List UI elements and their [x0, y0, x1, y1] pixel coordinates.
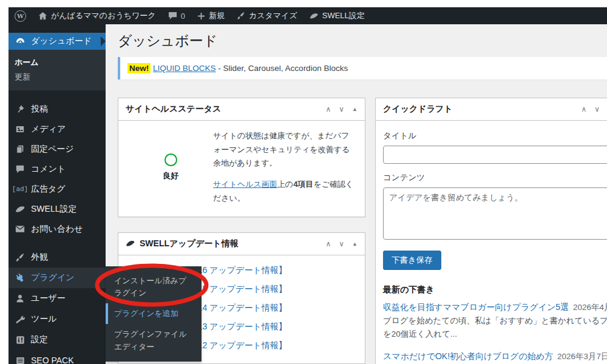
- sidebar-item-users[interactable]: ユーザー: [8, 288, 106, 309]
- draft-title-label: タイトル: [383, 130, 607, 141]
- wp-admin-viewport: W がんばるママのおうちワーク 0 新規 カスタマイズ: [8, 7, 607, 364]
- quick-draft-widget: クイックドラフト ∧ ∨ ▲ タイトル コンテンツ: [375, 98, 607, 364]
- draft-excerpt: ブログを始めたての頃、私は「おすすめ」と書かれているプラグ: [383, 314, 607, 328]
- flyout-item-installed-plugins[interactable]: インストール済みプラグイン: [106, 271, 202, 303]
- quick-draft-widget-title: クイックドラフト: [383, 104, 581, 115]
- sidebar-item-appearance[interactable]: 外観: [8, 247, 106, 268]
- sidebar-item-label: 投稿: [31, 104, 48, 115]
- sidebar-item-dashboard[interactable]: ダッシュボード: [8, 33, 106, 50]
- sidebar-item-comments[interactable]: コメント: [8, 159, 106, 179]
- admin-sidebar: ダッシュボード ホーム 更新 投稿 メディア: [8, 24, 106, 364]
- health-status-label: 良好: [163, 170, 178, 181]
- sidebar-item-label: コメント: [31, 164, 66, 175]
- flyout-item-plugin-file-editor[interactable]: プラグインファイルエディター: [106, 324, 202, 357]
- comment-icon: [15, 164, 25, 175]
- draft-link[interactable]: 収益化を目指すママブロガー向けプラグイン5選: [383, 302, 569, 312]
- plugin-icon: [15, 272, 25, 283]
- swell-icon: [15, 204, 25, 215]
- wrench-icon: [15, 314, 25, 325]
- move-up-control[interactable]: ∧: [325, 240, 331, 248]
- move-down-control[interactable]: ∨: [339, 240, 344, 248]
- flyout-item-add-plugin[interactable]: プラグインを追加: [106, 303, 202, 324]
- sidebar-item-media[interactable]: メディア: [8, 119, 106, 139]
- appearance-brush-icon: [15, 252, 25, 263]
- visit-site-link[interactable]: がんばるママのおうちワーク: [32, 7, 162, 24]
- recent-drafts-heading: 最新の下書き: [383, 285, 607, 295]
- dashboard-gauge-icon: [15, 36, 25, 47]
- sidebar-item-label: メディア: [31, 124, 66, 135]
- list-document-icon: [15, 355, 25, 364]
- sidebar-item-swell-settings[interactable]: SWELL設定: [8, 199, 106, 219]
- draft-date: 2026年3月7日: [557, 352, 607, 361]
- collapse-control[interactable]: ▲: [352, 106, 358, 112]
- user-icon: [15, 293, 25, 304]
- swell-settings-label: SWELL設定: [322, 10, 365, 21]
- page-title: ダッシュボード: [118, 32, 607, 50]
- sidebar-item-settings[interactable]: 設定: [8, 329, 106, 350]
- sidebar-item-tools[interactable]: ツール: [8, 309, 106, 329]
- new-content-menu[interactable]: 新規: [191, 7, 231, 24]
- move-up-control[interactable]: ∧: [325, 105, 331, 113]
- collapse-control[interactable]: ▲: [352, 241, 358, 247]
- home-icon: [38, 12, 47, 21]
- wp-logo-menu[interactable]: W: [8, 7, 32, 24]
- draft-content-textarea[interactable]: [383, 187, 607, 240]
- draft-excerpt: を20個近く入れて...: [383, 328, 607, 341]
- draft-content-label: コンテンツ: [383, 172, 607, 183]
- customize-shortcut[interactable]: カスタマイズ: [231, 7, 304, 24]
- sidebar-item-label: 外観: [31, 252, 48, 263]
- sidebar-item-label: 広告タグ: [31, 184, 66, 195]
- submenu-item-updates[interactable]: 更新: [8, 70, 106, 84]
- sidebar-item-contact[interactable]: お問い合わせ: [8, 219, 106, 239]
- sidebar-item-plugins[interactable]: プラグイン: [8, 268, 106, 288]
- move-down-control[interactable]: ∨: [339, 105, 344, 113]
- site-health-screen-link[interactable]: サイトヘルス画面: [213, 180, 277, 189]
- sidebar-item-label: プラグイン: [31, 272, 75, 283]
- health-status-ring-icon: [164, 153, 177, 166]
- health-description: サイトの状態は健康ですが、まだパフォーマンスやセキュリティを改善する余地がありま…: [213, 129, 355, 170]
- comment-bubble-icon: [168, 12, 177, 20]
- draft-entry: スマホだけでOK!初心者向けブログの始め方2026年3月7日 ブログって難しそう…: [383, 351, 607, 364]
- move-down-control[interactable]: ∨: [594, 105, 600, 113]
- brush-icon: [237, 12, 245, 20]
- sidebar-item-pages[interactable]: 固定ページ: [8, 139, 106, 159]
- draft-title-input[interactable]: [383, 146, 607, 164]
- wordpress-logo-icon: W: [15, 10, 26, 22]
- swell-settings-shortcut[interactable]: SWELL設定: [304, 7, 371, 24]
- dashboard-submenu: ホーム 更新: [8, 50, 106, 90]
- comment-count: 0: [181, 12, 185, 21]
- sidebar-item-label: ユーザー: [31, 293, 66, 304]
- swell-updates-widget-title: SWELLアップデート情報: [140, 238, 239, 249]
- sidebar-item-seo-pack[interactable]: SEO PACK: [8, 350, 106, 364]
- swell-icon: [310, 12, 319, 20]
- sidebar-item-label: お問い合わせ: [31, 224, 83, 235]
- sidebar-item-label: ツール: [31, 314, 57, 325]
- new-badge: New!: [127, 63, 151, 73]
- sidebar-item-label: 固定ページ: [31, 144, 74, 155]
- plugins-flyout-menu: インストール済みプラグイン プラグインを追加 プラグインファイルエディター: [106, 266, 202, 362]
- banner-text: - Slider, Carousel, Accordion Blocks: [216, 64, 348, 73]
- health-check-note: サイトヘルス画面上の4項目をご確認ください。: [213, 178, 355, 206]
- sidebar-item-label: 設定: [31, 334, 48, 345]
- sidebar-item-posts[interactable]: 投稿: [8, 99, 106, 119]
- liquid-blocks-link[interactable]: LIQUID BLOCKS: [153, 64, 216, 73]
- customize-label: カスタマイズ: [249, 10, 297, 21]
- plus-icon: [197, 12, 205, 20]
- draft-date: 2026年4月3日: [573, 303, 607, 312]
- save-draft-button[interactable]: 下書き保存: [383, 251, 441, 270]
- move-up-control[interactable]: ∧: [581, 105, 586, 113]
- swell-icon: [126, 240, 135, 248]
- new-label: 新規: [209, 10, 225, 21]
- pages-icon: [15, 144, 25, 155]
- submenu-item-home[interactable]: ホーム: [8, 55, 106, 70]
- pushpin-icon: [15, 104, 25, 115]
- envelope-icon: [15, 224, 25, 235]
- site-health-widget: サイトヘルスステータス ∧ ∨ ▲ 良好: [118, 98, 365, 217]
- sidebar-item-ad-tags[interactable]: [ad] 広告タグ: [8, 179, 106, 199]
- sidebar-item-label: SWELL設定: [31, 204, 76, 215]
- comments-shortcut[interactable]: 0: [162, 7, 191, 24]
- draft-link[interactable]: スマホだけでOK!初心者向けブログの始め方: [383, 351, 553, 361]
- ad-tag-icon: [ad]: [15, 184, 25, 195]
- admin-bar: W がんばるママのおうちワーク 0 新規 カスタマイズ: [8, 7, 607, 24]
- settings-sliders-icon: [15, 334, 25, 345]
